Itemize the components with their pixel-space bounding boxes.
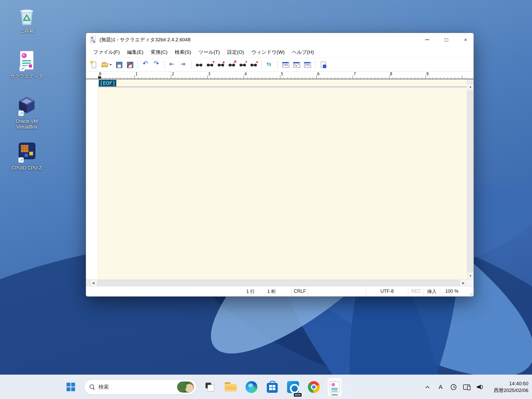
toolbar-separator (315, 61, 315, 69)
menu-item-search[interactable]: 検索(S) (171, 47, 195, 57)
desktop-icon-label: サクラエディタ (10, 74, 44, 79)
status-bar: 1 行 1 桁 CRLF UTF-8 REC 挿入 100 % (86, 286, 474, 296)
outlook-button[interactable]: NEW (286, 378, 300, 396)
save-button[interactable] (114, 60, 124, 70)
taskbar-clock[interactable]: 14:40:50 西暦2025/02/06 (489, 380, 528, 394)
horizontal-scroll-thumb[interactable] (97, 280, 460, 285)
toolbar-separator (191, 61, 191, 69)
task-view-button[interactable] (203, 378, 217, 396)
scroll-left-button[interactable]: ◀ (90, 280, 97, 286)
ruler-number-5: 5 (281, 72, 283, 76)
taskbar: 検索 NEW A 14:40:50 西暦2025/02 (0, 375, 532, 399)
desktop-icon-virtualbox[interactable]: ↗ Oracle VM VirtualBox (7, 95, 46, 130)
menu-item-convert[interactable]: 変換(C) (147, 47, 171, 57)
sakura-editor-taskbar-icon (330, 381, 339, 393)
menu-item-settings[interactable]: 設定(O) (223, 47, 248, 57)
undo-button[interactable] (141, 60, 151, 70)
replace-icon: R (228, 61, 236, 69)
text-editor-area[interactable]: [EOF] (98, 79, 467, 279)
ruler-number-0: 0 (99, 72, 101, 76)
taskbar-search[interactable]: 検索 (84, 380, 196, 395)
microsoft-store-button[interactable] (265, 378, 280, 396)
search-icon (90, 384, 95, 390)
desktop-icon-label: ごみ箱 (20, 28, 34, 34)
toolbar-separator (164, 61, 165, 69)
search-highlight-image[interactable] (177, 381, 194, 393)
sakura-editor-taskbar-button[interactable] (327, 378, 342, 396)
split-window-h-button[interactable] (281, 60, 290, 70)
horizontal-scroll-track[interactable] (97, 280, 460, 286)
menu-bar: ファイル(F)編集(E)変換(C)検索(S)ツール(T)設定(O)ウィンドウ(W… (86, 46, 474, 58)
menu-item-tool[interactable]: ツール(T) (195, 47, 223, 57)
save-as-button[interactable] (125, 60, 135, 70)
horizontal-scrollbar[interactable]: ◀ ▶ (86, 279, 474, 286)
redo-button[interactable] (152, 60, 162, 70)
ruler-numbers: 0123456789 (86, 71, 474, 79)
volume-button[interactable] (474, 380, 485, 394)
open-dropdown-icon[interactable] (109, 64, 112, 67)
outlook-new-badge: NEW (294, 393, 302, 397)
title-bar[interactable]: (無題)1 - サクラエディタ32bit 2.4.2.6048 × (86, 33, 474, 46)
clock-tray-button[interactable] (448, 380, 459, 394)
find-previous-button[interactable]: ▲ (216, 60, 226, 70)
tray-overflow-button[interactable] (422, 380, 433, 394)
vertical-scroll-thumb[interactable] (468, 91, 473, 272)
menu-item-help[interactable]: ヘルプ(H) (288, 47, 318, 57)
window-list-button[interactable] (302, 60, 312, 70)
desktop-icon-sakura-editor[interactable]: ↗ サクラエディタ (7, 50, 46, 79)
zoom-indicator[interactable]: 100 % (440, 286, 464, 296)
vertical-scrollbar[interactable]: ▲ ▼ (467, 79, 474, 279)
split-window-v-icon (292, 61, 300, 69)
find-button[interactable] (194, 60, 204, 70)
ime-mode-button[interactable]: A (435, 380, 446, 394)
search-option-button[interactable]: ● (249, 60, 259, 70)
encoding-indicator[interactable]: UTF-8 (366, 286, 408, 296)
move-previous-icon (169, 61, 176, 69)
edge-button[interactable] (244, 378, 259, 396)
menu-item-window[interactable]: ウィンドウ(W) (248, 47, 288, 57)
scroll-down-button[interactable]: ▼ (467, 272, 474, 279)
move-next-button[interactable] (178, 60, 188, 70)
line-ending-indicator[interactable]: CRLF (291, 286, 308, 296)
menu-item-edit[interactable]: 編集(E) (123, 47, 147, 57)
scroll-right-button[interactable]: ▶ (460, 280, 467, 286)
move-previous-button[interactable] (168, 60, 177, 70)
toolbar-separator (138, 61, 138, 69)
desktop-icon-cpu-z[interactable]: ↗ CPUID CPU-Z (7, 142, 46, 171)
find-next-button[interactable]: ♥ (205, 60, 215, 70)
svg-text:↗: ↗ (19, 158, 23, 162)
file-explorer-button[interactable] (223, 378, 238, 396)
move-next-icon (179, 61, 187, 69)
split-window-v-button[interactable] (291, 60, 301, 70)
insert-mode-indicator[interactable]: 挿入 (424, 286, 440, 296)
split-handle-vertical[interactable] (467, 79, 474, 83)
chrome-button[interactable] (307, 378, 321, 396)
find-previous-icon: ▲ (217, 61, 225, 69)
desktop-icon-recycle-bin[interactable]: ごみ箱 (7, 5, 46, 34)
open-file-button[interactable] (99, 60, 113, 70)
close-icon: × (464, 37, 467, 43)
column-indicator: 1 桁 (267, 288, 276, 295)
scroll-up-button[interactable]: ▲ (467, 83, 474, 90)
vertical-scroll-track[interactable] (467, 90, 474, 272)
tag-jump-icon (266, 61, 274, 69)
cpu-z-icon: ↗ (17, 142, 37, 164)
find-next-icon: ♥ (206, 61, 214, 69)
maximize-button[interactable] (438, 33, 454, 46)
menu-item-file[interactable]: ファイル(F) (90, 47, 123, 57)
desktop-icon-label: CPUID CPU-Z (12, 165, 42, 171)
close-button[interactable]: × (457, 33, 474, 46)
window-list-icon (303, 61, 311, 69)
minimize-button[interactable] (419, 33, 435, 46)
split-handle-horizontal[interactable] (86, 280, 90, 286)
grep-button[interactable]: × (238, 60, 248, 70)
start-button[interactable] (63, 378, 78, 396)
outlook-icon (287, 381, 299, 393)
tag-jump-button[interactable] (265, 60, 275, 70)
replace-button[interactable]: R (227, 60, 237, 70)
display-cast-button[interactable] (461, 380, 472, 394)
resize-grip[interactable] (464, 286, 474, 296)
new-file-button[interactable] (89, 60, 98, 70)
outline-analysis-button[interactable] (318, 60, 328, 70)
windows-logo-icon (66, 383, 75, 391)
